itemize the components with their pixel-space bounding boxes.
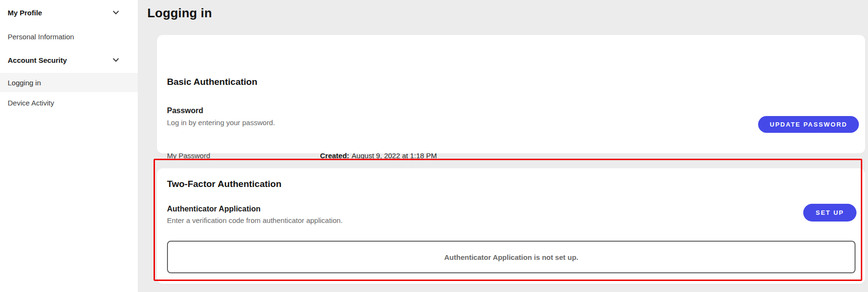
two-factor-authentication-card: Two-Factor Authentication Authenticator … bbox=[157, 168, 865, 284]
main-content: Logging in Basic Authentication Password… bbox=[138, 0, 868, 292]
sidebar-item-label: My Profile bbox=[8, 9, 42, 17]
page-title: Logging in bbox=[147, 6, 212, 21]
sidebar-item-label: Device Activity bbox=[8, 99, 54, 107]
credential-name: My Password bbox=[167, 152, 210, 160]
sidebar: My Profile Personal Information Account … bbox=[0, 0, 138, 292]
sidebar-item-personal-information[interactable]: Personal Information bbox=[0, 27, 138, 46]
sidebar-item-account-security[interactable]: Account Security bbox=[0, 50, 138, 70]
basic-authentication-card: Basic Authentication Password Log in by … bbox=[157, 35, 865, 153]
update-password-button[interactable]: UPDATE PASSWORD bbox=[758, 116, 859, 133]
authenticator-empty-state-box: Authenticator Application is not set up. bbox=[167, 241, 856, 273]
credential-created: Created:August 9, 2022 at 1:18 PM bbox=[320, 152, 437, 160]
sidebar-item-device-activity[interactable]: Device Activity bbox=[0, 93, 138, 112]
sidebar-item-label: Logging in bbox=[8, 79, 41, 87]
basic-authentication-title: Basic Authentication bbox=[167, 77, 257, 87]
sidebar-item-logging-in[interactable]: Logging in bbox=[0, 73, 138, 92]
chevron-down-icon bbox=[113, 58, 119, 62]
sidebar-item-label: Personal Information bbox=[8, 33, 74, 41]
sidebar-item-my-profile[interactable]: My Profile bbox=[0, 3, 138, 22]
created-label: Created: bbox=[320, 152, 349, 160]
authenticator-empty-state-text: Authenticator Application is not set up. bbox=[444, 253, 578, 261]
two-factor-title: Two-Factor Authentication bbox=[167, 179, 282, 189]
chevron-down-icon bbox=[113, 11, 119, 15]
created-value: August 9, 2022 at 1:18 PM bbox=[352, 152, 437, 160]
password-section-description: Log in by entering your password. bbox=[167, 118, 275, 127]
authenticator-application-title: Authenticator Application bbox=[167, 205, 261, 213]
sidebar-item-label: Account Security bbox=[8, 56, 67, 64]
set-up-button[interactable]: SET UP bbox=[803, 204, 856, 222]
authenticator-application-description: Enter a verification code from authentic… bbox=[167, 216, 343, 224]
password-section-title: Password bbox=[167, 106, 203, 115]
